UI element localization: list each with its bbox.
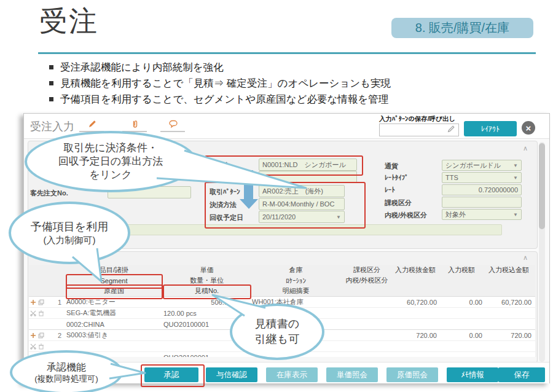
col-tax-class-header: 課税区分 (340, 265, 394, 275)
inc-tax-amount-cell: 60,720.00 (486, 299, 535, 306)
col-tax-header: 入力税額 (441, 265, 486, 275)
dropdown-arrow-icon: ▼ (513, 175, 518, 181)
attachment-icon[interactable] (130, 119, 141, 129)
add-row-icon[interactable] (30, 299, 36, 305)
rate-type-field[interactable]: TTS▼ (442, 172, 522, 183)
rate-type-label: ﾚｰﾄﾀｲﾌﾟ (385, 174, 409, 181)
col-inc-tax-header: 入力税込金額 (486, 265, 535, 275)
segment-cell: SEG-A:電気機器 (65, 308, 162, 318)
layout-button-label: ﾚｲｱｳﾄ (481, 125, 500, 133)
toolbar-underline (160, 131, 185, 132)
credit-check-button-label: 与信確認 (216, 370, 247, 380)
settlement-field[interactable]: R-M-004:Monthly / BOC (259, 198, 345, 210)
collection-date-value: 20/11/2020 (262, 213, 296, 221)
col-qty-header: 数量・単位 (162, 276, 250, 285)
copy-row-icon[interactable] (38, 332, 44, 339)
approve-button[interactable]: 承認 (144, 367, 198, 382)
section-badge: 8. 販売/購買/在庫 (391, 18, 533, 38)
settlement-value: R-M-004:Monthly / BOC (262, 200, 334, 208)
memo-info-button-label: ﾒﾓ情報 (461, 370, 484, 380)
pencil-icon[interactable] (447, 125, 455, 133)
ex-tax-amount-cell: 720.00 (394, 332, 441, 339)
edit-icon[interactable] (87, 119, 98, 129)
unit-price-inquiry-button-label: 単価照会 (337, 370, 367, 380)
customer-value: N0001:NLD シンガポール (262, 160, 346, 170)
bullet-text: 予備項目を利用することで、セグメントや原産国など必要な情報を管理 (60, 93, 388, 106)
currency-field[interactable]: シンガポールドル▼ (442, 160, 522, 171)
scrollbar-thumb[interactable] (539, 143, 545, 229)
delete-row-icon[interactable] (38, 343, 44, 350)
bullet-square-icon (49, 81, 53, 85)
bullet-text: 見積機能を利用することで「見積⇒ 確定受注」のオペレーションも実現 (60, 77, 391, 90)
cut-row-icon[interactable] (30, 310, 36, 316)
save-button[interactable]: 保存 (498, 367, 545, 382)
link-arrow-head (240, 199, 258, 209)
rate-type-value: TTS (445, 174, 458, 181)
callout-line: 見積書の (255, 316, 299, 332)
page-title: 受注 (39, 2, 98, 41)
bullet-list: 受注承認機能により内部統制を強化 見積機能を利用することで「見積⇒ 確定受注」の… (49, 61, 391, 109)
cost-inquiry-button[interactable]: 原価照会 (386, 367, 438, 382)
callout-settlement-link: 取引先に決済条件・ 回収予定日の算出方法 をリンク (25, 131, 197, 192)
add-row-icon[interactable] (30, 332, 36, 339)
rate-field[interactable]: 0.720000000 (442, 184, 522, 195)
callout-line: (入力制御可) (44, 234, 96, 246)
input-pattern-label: 入力ﾊﾟﾀｰﾝの保存/呼び出し (379, 115, 455, 123)
col-ex-tax-header: 入力税抜金額 (394, 265, 441, 275)
settlement-label: 決済方法 (210, 200, 237, 210)
collapse-panel1-icon[interactable]: ∧ (523, 144, 528, 152)
unit-price-cell: 506.00 (162, 299, 250, 306)
layout-button[interactable]: ﾚｲｱｳﾄ (464, 121, 517, 136)
dropdown-arrow-icon: ▼ (513, 212, 518, 218)
customer-field[interactable]: N0001:NLD シンガポール (259, 159, 357, 171)
tax-inout-label: 内税/外税区分 (385, 211, 427, 220)
callout-line: 引継も可 (255, 332, 299, 347)
cut-row-icon[interactable] (30, 343, 36, 350)
collection-date-label: 回収予定日 (210, 213, 243, 222)
callout-line: (複数同時処理可) (34, 374, 98, 384)
pattern-field[interactable]: AR002:売上 (海外) (259, 185, 345, 197)
col-quote-no-header: 見積No. (162, 286, 250, 296)
credit-check-button[interactable]: 与信確認 (206, 367, 257, 382)
col-location-header: ﾛｹｰｼｮﾝ (250, 277, 340, 284)
memo-info-button[interactable]: ﾒﾓ情報 (447, 367, 498, 382)
qty-cell: 120.00 pcs (162, 310, 250, 317)
row-number: 2 (45, 332, 65, 339)
delete-row-icon[interactable] (38, 310, 44, 316)
dropdown-arrow-icon: ▼ (513, 163, 518, 168)
table-header-row-2: Segment 数量・単位 ﾛｹｰｼｮﾝ 内税/外税区分 (29, 275, 535, 286)
col-tax-inout-header: 内税/外税区分 (340, 276, 394, 285)
callout-spare-fields: 予備項目を利用 (入力制御可) (9, 202, 130, 264)
close-button[interactable]: × (522, 121, 535, 135)
pattern-value: AR002:売上 (海外) (262, 187, 323, 196)
table-header-row-1: 品目/諸掛 単価 倉庫 課税区分 入力税抜金額 入力税額 入力税込金額 (29, 265, 535, 275)
stock-display-button-label: 在庫表示 (276, 370, 307, 380)
bullet-square-icon (49, 65, 53, 69)
vertical-scrollbar[interactable] (539, 142, 545, 362)
callout-line: 予備項目を利用 (31, 219, 108, 234)
unit-price-inquiry-button[interactable]: 単価照会 (326, 367, 378, 382)
close-icon: × (526, 123, 531, 133)
col-line-remarks-header: 明細摘要 (250, 286, 340, 296)
copy-row-icon[interactable] (38, 299, 44, 305)
bullet-text: 受注承認機能により内部統制を強化 (60, 61, 224, 74)
stock-display-button[interactable]: 在庫表示 (266, 367, 318, 382)
tax-inout-value: 対象外 (445, 210, 466, 219)
cost-inquiry-button-label: 原価照会 (397, 370, 428, 380)
ex-tax-amount-cell: 60,720.00 (394, 299, 441, 306)
tax-inout-field[interactable]: 対象外▼ (442, 209, 522, 220)
table-header-row-3: 原産国 見積No. 明細摘要 (29, 286, 535, 296)
currency-value: シンガポールドル (445, 161, 501, 170)
tax-amount-cell: 0.00 (441, 299, 486, 306)
tax-class-field[interactable] (442, 197, 522, 208)
collapse-panel2-icon[interactable]: ∧ (523, 254, 528, 262)
comment-icon[interactable] (168, 119, 179, 129)
tax-amount-cell: 0.00 (441, 332, 486, 339)
item-cell: A0000:モニター (65, 297, 162, 307)
rate-value: 0.720000000 (479, 186, 518, 194)
bullet-item: 見積機能を利用することで「見積⇒ 確定受注」のオペレーションも実現 (49, 77, 391, 90)
rate-label: ﾚｰﾄ (385, 186, 395, 194)
save-button-label: 保存 (514, 370, 530, 380)
collection-date-field[interactable]: 20/11/2020▼ (259, 211, 345, 223)
delivery-field[interactable] (259, 171, 357, 183)
